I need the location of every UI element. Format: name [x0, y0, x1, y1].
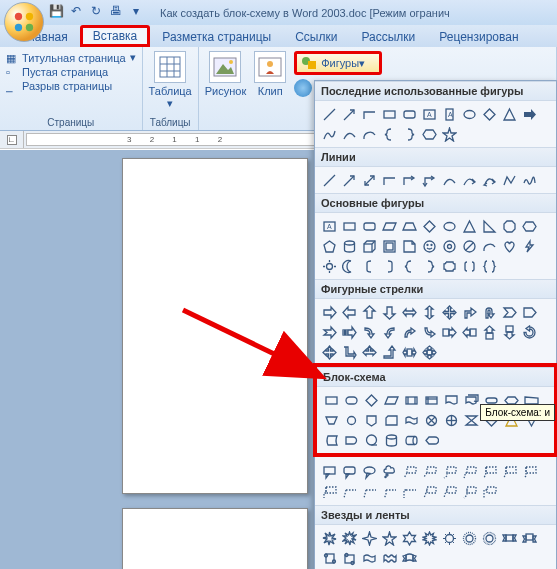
b-plaque[interactable] [440, 257, 458, 275]
fc-process[interactable] [322, 391, 340, 409]
tab-mailings[interactable]: Рассылки [349, 27, 427, 47]
ar-curve-r[interactable] [360, 323, 378, 341]
st-wave[interactable] [360, 549, 378, 567]
ar-l[interactable] [340, 303, 358, 321]
fc-data[interactable] [382, 391, 400, 409]
b-rect[interactable] [340, 217, 358, 235]
fc-connect[interactable] [342, 411, 360, 429]
fc-internal[interactable] [422, 391, 440, 409]
line-curve-arrow[interactable] [460, 171, 478, 189]
print-icon[interactable]: 🖶 [108, 3, 124, 19]
b-can[interactable] [340, 237, 358, 255]
co-b3[interactable] [380, 483, 398, 501]
ruler-toggle[interactable]: ∟ [7, 135, 17, 145]
ar-pent[interactable] [520, 303, 538, 321]
clip-button[interactable]: Клип [254, 51, 286, 97]
office-button[interactable] [4, 2, 44, 42]
b-parallel[interactable] [380, 217, 398, 235]
b-lbrkt[interactable] [360, 257, 378, 275]
co-l4[interactable] [460, 463, 478, 481]
ar-bent2[interactable] [340, 343, 358, 361]
ar-stripe[interactable] [340, 323, 358, 341]
page-break-button[interactable]: ⎯Разрыв страницы [6, 80, 136, 92]
shape-triangle[interactable] [500, 105, 518, 123]
cover-page-button[interactable]: ▦Титульная страница ▾ [6, 51, 136, 64]
page-2[interactable] [122, 508, 308, 569]
st-16pt[interactable] [440, 529, 458, 547]
st-24pt[interactable] [460, 529, 478, 547]
ar-call-lr[interactable] [400, 343, 418, 361]
co-oval[interactable] [360, 463, 378, 481]
b-moon[interactable] [340, 257, 358, 275]
b-heart[interactable] [500, 237, 518, 255]
line-curve-double[interactable] [480, 171, 498, 189]
st-32pt[interactable] [480, 529, 498, 547]
b-text[interactable]: A [320, 217, 338, 235]
fc-manop[interactable] [322, 411, 340, 429]
ar-circ[interactable] [520, 323, 538, 341]
undo-icon[interactable]: ↶ [68, 3, 84, 19]
fc-card[interactable] [382, 411, 400, 429]
b-bolt[interactable] [520, 237, 538, 255]
b-fold[interactable] [400, 237, 418, 255]
ar-chevr[interactable] [500, 303, 518, 321]
st-4pt[interactable] [360, 529, 378, 547]
save-icon[interactable]: 💾 [48, 3, 64, 19]
fc-display[interactable] [422, 431, 440, 449]
ar-call-l[interactable] [460, 323, 478, 341]
ar-lrud[interactable] [320, 343, 338, 361]
co-a1[interactable] [480, 463, 498, 481]
ar-r[interactable] [320, 303, 338, 321]
shape-arrow-r[interactable] [520, 105, 538, 123]
co-l1[interactable] [400, 463, 418, 481]
b-hex[interactable] [520, 217, 538, 235]
tab-review[interactable]: Рецензирован [427, 27, 530, 47]
fc-sum[interactable] [422, 411, 440, 429]
fc-delay[interactable] [342, 431, 360, 449]
line-straight[interactable] [320, 171, 338, 189]
ar-bentup[interactable] [380, 343, 398, 361]
fc-doc[interactable] [442, 391, 460, 409]
st-scroll-h[interactable] [340, 549, 358, 567]
shape-line[interactable] [320, 105, 338, 123]
shape-textbox[interactable]: A [420, 105, 438, 123]
shapes-button[interactable]: Фигуры ▾ [294, 51, 382, 75]
line-elbow-double[interactable] [420, 171, 438, 189]
b-lbrace2[interactable] [400, 257, 418, 275]
shape-lbrace[interactable] [380, 125, 398, 143]
st-expl2[interactable] [340, 529, 358, 547]
b-roundrect[interactable] [360, 217, 378, 235]
b-tri[interactable] [460, 217, 478, 235]
shape-arrow[interactable] [340, 105, 358, 123]
co-l2[interactable] [420, 463, 438, 481]
shape-hexagon[interactable] [420, 125, 438, 143]
fc-decision[interactable] [362, 391, 380, 409]
b-trap[interactable] [400, 217, 418, 235]
b-rtri[interactable] [480, 217, 498, 235]
co-cloud[interactable] [380, 463, 398, 481]
st-5pt[interactable] [380, 529, 398, 547]
qat-dropdown-icon[interactable]: ▾ [128, 3, 144, 19]
st-dwave[interactable] [380, 549, 398, 567]
co-b2[interactable] [360, 483, 378, 501]
shape-arc[interactable] [360, 125, 378, 143]
co-a4[interactable] [320, 483, 338, 501]
line-arrow[interactable] [340, 171, 358, 189]
st-ribbon2[interactable] [520, 529, 538, 547]
picture-button[interactable]: Рисунок [205, 51, 247, 97]
b-dblbrace[interactable] [480, 257, 498, 275]
b-nosym[interactable] [460, 237, 478, 255]
b-sun[interactable] [320, 257, 338, 275]
fc-tape[interactable] [402, 411, 420, 429]
table-button[interactable]: Таблица ▾ [149, 51, 192, 110]
fc-stored[interactable] [322, 431, 340, 449]
shape-ellipse[interactable] [460, 105, 478, 123]
fc-alt[interactable] [342, 391, 360, 409]
st-ribbon[interactable] [500, 529, 518, 547]
co-a2[interactable] [500, 463, 518, 481]
b-pent[interactable] [320, 237, 338, 255]
line-scribble[interactable] [520, 171, 538, 189]
ar-d[interactable] [380, 303, 398, 321]
page-1[interactable] [122, 158, 308, 494]
b-arc[interactable] [480, 237, 498, 255]
